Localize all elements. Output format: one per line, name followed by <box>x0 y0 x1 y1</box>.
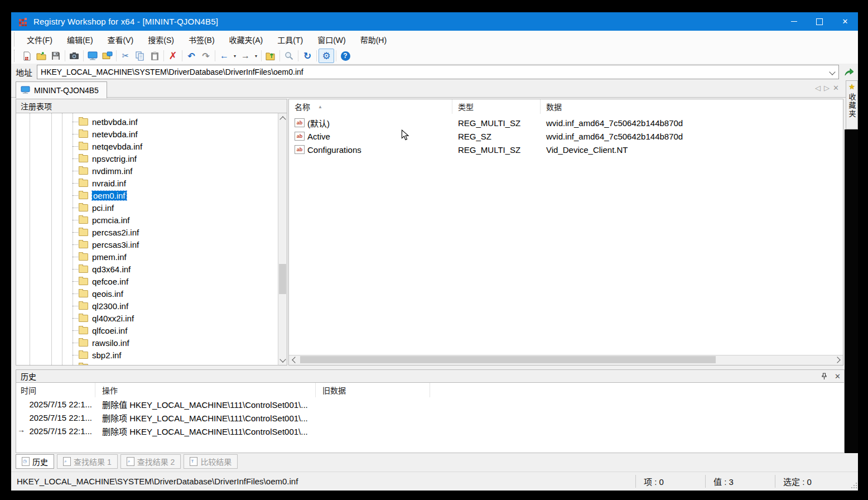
tree-item[interactable]: qd3x64.inf <box>16 263 287 275</box>
undo-icon[interactable]: ↶ <box>184 49 199 62</box>
pin-icon[interactable] <box>821 373 828 380</box>
open-icon[interactable] <box>34 49 49 62</box>
help-icon[interactable]: ? <box>338 49 353 62</box>
tree-item[interactable]: netbvbda.inf <box>16 116 287 128</box>
address-input[interactable] <box>37 65 839 79</box>
value-row-configurations[interactable]: abConfigurations REG_MULTI_SZ Vid_Device… <box>289 143 843 156</box>
tree-item[interactable]: sbp2.inf <box>16 349 287 361</box>
tree-item[interactable]: pci.inf <box>16 201 287 214</box>
tree-item[interactable]: netevbda.inf <box>16 128 287 140</box>
tree-item[interactable]: ql40xx2i.inf <box>16 312 287 324</box>
column-olddata[interactable]: 旧数据 <box>316 383 430 397</box>
save-icon[interactable] <box>49 49 63 62</box>
settings-icon[interactable]: ⚙ <box>319 49 334 63</box>
column-time[interactable]: 时间 <box>16 383 95 397</box>
scroll-thumb[interactable] <box>300 356 716 363</box>
menu-file[interactable]: 文件(F) <box>20 31 60 48</box>
scroll-thumb[interactable] <box>279 264 286 294</box>
value-row-default[interactable]: ab(默认) REG_MULTI_SZ wvid.inf_amd64_7c506… <box>289 116 843 129</box>
scroll-up-button[interactable] <box>278 113 287 123</box>
tab-close-icon[interactable]: ✕ <box>833 84 839 92</box>
column-data[interactable]: 数据 <box>541 99 843 114</box>
panel-tab-find-results-1[interactable]: ⌕ 查找结果 1 <box>57 454 118 469</box>
refresh-glyph: ↻ <box>303 50 311 62</box>
tree-item[interactable]: percsas3i.inf <box>16 238 287 251</box>
tree-item[interactable]: pcmcia.inf <box>16 214 287 226</box>
tab-prev-icon[interactable]: ◁ <box>815 84 821 92</box>
favorites-dock[interactable]: ★ 收藏夹 <box>846 80 858 129</box>
back-dropdown-icon[interactable]: ▾ <box>232 54 238 59</box>
tree-item-label: percsas3i.inf <box>92 240 139 249</box>
chevron-left-icon <box>292 357 298 363</box>
history-row[interactable]: 2025/7/15 22:1... 删除项 HKEY_LOCAL_MACHINE… <box>16 411 844 424</box>
remote-computer-icon[interactable] <box>100 49 114 62</box>
menu-window[interactable]: 窗口(W) <box>310 31 353 48</box>
scroll-right-button[interactable] <box>833 355 843 364</box>
menu-help[interactable]: 帮助(H) <box>353 31 394 48</box>
panel-tab-compare-results[interactable]: T 比较结果 <box>184 454 238 469</box>
panel-tab-history[interactable]: ◷ 历史 <box>16 454 54 469</box>
go-button[interactable] <box>841 65 857 79</box>
resize-grip[interactable] <box>848 479 857 488</box>
tree-item[interactable]: pmem.inf <box>16 251 287 263</box>
history-time: 2025/7/15 22:1... <box>16 413 95 422</box>
tree-item[interactable]: qeois.inf <box>16 287 287 300</box>
tree-item-selected[interactable]: oem0.inf <box>16 189 287 201</box>
forward-icon[interactable]: → <box>238 49 253 62</box>
local-computer-icon[interactable] <box>85 49 100 62</box>
menu-bookmarks[interactable]: 书签(B) <box>181 31 222 48</box>
tree-rows: netbvbda.inf netevbda.inf netqevbda.inf … <box>16 116 287 366</box>
compare-glyph: T <box>191 459 194 464</box>
delete-icon[interactable]: ✗ <box>166 49 180 62</box>
scroll-left-button[interactable] <box>289 355 298 364</box>
new-key-icon[interactable] <box>20 49 34 62</box>
search-icon[interactable] <box>282 49 296 62</box>
tree-item[interactable]: nvdimm.inf <box>16 165 287 177</box>
tree-item-partial[interactable] <box>16 361 287 366</box>
panel-tab-label: 查找结果 2 <box>137 456 175 467</box>
forward-dropdown-icon[interactable]: ▾ <box>253 54 259 59</box>
menu-view[interactable]: 查看(V) <box>100 31 141 48</box>
tree-item-label: pcmcia.inf <box>92 215 130 225</box>
value-name: Configurations <box>307 145 361 155</box>
history-row-current[interactable]: → 2025/7/15 22:1... 删除项 HKEY_LOCAL_MACHI… <box>16 424 844 438</box>
snapshot-icon[interactable] <box>67 49 81 62</box>
panel-tab-find-results-2[interactable]: ⌕ 查找结果 2 <box>120 454 181 469</box>
history-row[interactable]: 2025/7/15 22:1... 删除值 HKEY_LOCAL_MACHINE… <box>16 397 844 411</box>
tab-next-icon[interactable]: ▷ <box>824 84 830 92</box>
menu-search[interactable]: 搜索(S) <box>141 31 181 48</box>
cut-icon[interactable]: ✂ <box>118 49 133 62</box>
column-type[interactable]: 类型 <box>452 99 541 114</box>
tree-item[interactable]: percsas2i.inf <box>16 226 287 238</box>
values-horizontal-scrollbar[interactable] <box>289 355 843 365</box>
export-icon[interactable] <box>263 49 278 62</box>
scroll-down-button[interactable] <box>278 355 287 365</box>
tab-minint-qjon4b5[interactable]: MININT-QJON4B5 <box>16 81 107 98</box>
tree-item[interactable]: netqevbda.inf <box>16 140 287 152</box>
back-icon[interactable]: ← <box>217 49 232 62</box>
paste-icon[interactable] <box>147 49 162 62</box>
tree-item[interactable]: ql2300.inf <box>16 300 287 312</box>
tree-item[interactable]: rawsilo.inf <box>16 336 287 349</box>
tree-item[interactable]: nvraid.inf <box>16 177 287 189</box>
tree-item[interactable]: npsvctrig.inf <box>16 152 287 165</box>
menu-tools[interactable]: 工具(T) <box>270 31 310 48</box>
column-operation[interactable]: 操作 <box>95 383 316 397</box>
redo-icon[interactable]: ↷ <box>199 49 213 62</box>
folder-icon <box>79 204 88 211</box>
menu-edit[interactable]: 编辑(E) <box>60 31 100 48</box>
copy-icon[interactable] <box>133 49 147 62</box>
favorites-dock-label: 收藏夹 <box>847 93 857 118</box>
tree-item[interactable]: qlfcoei.inf <box>16 324 287 336</box>
menu-favorites[interactable]: 收藏夹(A) <box>222 31 271 48</box>
tree-item[interactable]: qefcoe.inf <box>16 275 287 287</box>
tree-vertical-scrollbar[interactable] <box>278 113 287 366</box>
close-button[interactable]: ✕ <box>832 12 858 31</box>
minimize-button[interactable] <box>781 12 807 31</box>
value-row-active[interactable]: abActive REG_SZ wvid.inf_amd64_7c50642b1… <box>289 129 843 143</box>
registry-tree[interactable]: netbvbda.inf netevbda.inf netqevbda.inf … <box>16 113 287 366</box>
refresh-icon[interactable]: ↻ <box>300 49 315 62</box>
column-name[interactable]: 名称 ▲ <box>289 99 452 114</box>
history-close-icon[interactable]: ✕ <box>835 372 841 381</box>
maximize-button[interactable] <box>807 12 832 31</box>
